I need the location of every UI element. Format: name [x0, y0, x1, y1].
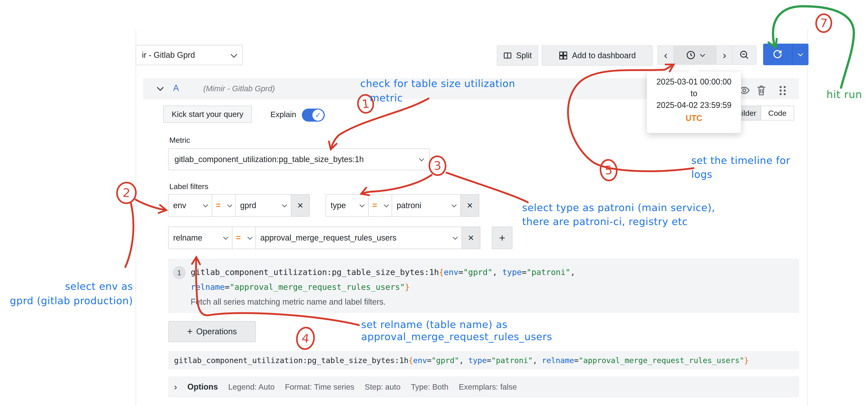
explain-toggle[interactable]: ✓ [302, 109, 325, 122]
step1-note-line2: metric [370, 92, 403, 104]
options-toggle-label: Options [187, 382, 218, 392]
filter-value-select[interactable]: approval_merge_request_rules_users [255, 227, 462, 249]
remove-filter-button[interactable]: ✕ [462, 227, 480, 249]
chevron-down-icon [227, 202, 232, 207]
filter-value-select[interactable]: gprd [235, 194, 291, 217]
filter-operator-select[interactable]: = [212, 194, 236, 217]
filter-label-value: env [173, 201, 186, 210]
filter-label-value: relname [173, 233, 203, 242]
step2-number: 2 [122, 186, 130, 200]
step4-number: 4 [301, 331, 310, 345]
step7-note: hit run [827, 88, 862, 100]
query-datasource-hint: (Mimir - Gitlab Gprd) [203, 84, 275, 93]
raw-query-preview: gitlab_component_utilization:pg_table_si… [168, 351, 799, 370]
chevron-down-icon [360, 202, 365, 207]
option-format: Format: Time series [285, 382, 354, 392]
operations-button[interactable]: + Operations [168, 321, 256, 342]
expand-chevron-icon: › [174, 382, 177, 392]
split-pane-icon [503, 51, 512, 60]
step5-note-line2: logs [691, 169, 712, 180]
option-type: Type: Both [411, 382, 448, 392]
code-line-number-value: 1 [177, 269, 181, 277]
step5-note-line1: set the timeline for [691, 155, 790, 166]
time-range-from: 2025-03-01 00:00:00 [647, 77, 741, 87]
metric-select-value: gitlab_component_utilization:pg_table_si… [175, 155, 364, 164]
filter-operator-value: = [372, 201, 377, 210]
add-to-dashboard-label: Add to dashboard [572, 51, 636, 60]
label-filter-relname: relname = approval_merge_request_rules_u… [168, 227, 480, 249]
add-filter-button[interactable]: + [492, 227, 513, 249]
kick-start-query-button[interactable]: Kick start your query [163, 106, 252, 123]
label-filters-label: Label filters [169, 182, 209, 191]
filter-value-select[interactable]: patroni [392, 194, 461, 217]
drag-handle-grip-icon[interactable] [777, 85, 788, 97]
metric-select[interactable]: gitlab_component_utilization:pg_table_si… [168, 148, 430, 170]
explain-label: Explain [270, 110, 296, 119]
explain-code-line-1: gitlab_component_utilization:pg_table_si… [191, 267, 575, 277]
delete-query-trash-icon[interactable] [756, 85, 767, 96]
filter-operator-value: = [216, 201, 220, 210]
chevron-down-icon [452, 202, 457, 207]
metric-label: Metric [169, 136, 190, 145]
clock-icon [686, 50, 696, 60]
filter-operator-select[interactable]: = [368, 194, 392, 217]
filter-operator-value: = [236, 233, 241, 242]
plus-icon: + [187, 326, 193, 337]
label-filter-type: type = patroni ✕ [326, 194, 479, 217]
option-exemplars: Exemplars: false [459, 382, 517, 392]
step4-note-line1: set relname (table name) as [361, 319, 507, 330]
label-filter-env: env = gprd ✕ [168, 194, 310, 217]
run-query-button[interactable] [763, 44, 808, 65]
step2-note-line1: select env as [4, 281, 133, 292]
step5-number: 5 [604, 163, 613, 177]
filter-value-value: patroni [397, 201, 421, 210]
time-zoom-out-button[interactable] [732, 46, 756, 64]
step7-number: 7 [819, 16, 828, 30]
filter-operator-select[interactable]: = [232, 227, 256, 249]
kick-start-query-label: Kick start your query [172, 110, 243, 119]
zoom-out-icon [739, 50, 750, 60]
chevron-right-icon: › [723, 50, 726, 60]
plus-icon: + [499, 232, 505, 244]
chevron-down-icon [247, 235, 253, 240]
chevron-down-icon [203, 202, 208, 207]
chevron-down-icon [700, 52, 705, 57]
split-button[interactable]: Split [497, 46, 538, 66]
filter-label-select[interactable]: relname [168, 227, 232, 249]
time-shift-forward-button[interactable]: › [716, 46, 732, 64]
datasource-picker-value: ir - Gitlab Gprd [142, 50, 195, 60]
filter-label-select[interactable]: type [326, 194, 369, 217]
filter-label-value: type [331, 201, 346, 210]
filter-value-value: gprd [240, 201, 256, 210]
time-shift-back-button[interactable]: ‹ [658, 46, 674, 64]
explain-description: Fetch all series matching metric name an… [191, 297, 385, 307]
chevron-down-icon [419, 156, 424, 161]
close-icon: ✕ [297, 201, 304, 210]
query-options-row[interactable]: › Options Legend: Auto Format: Time seri… [168, 376, 799, 398]
step2-note-line2: gprd (gitlab production) [4, 295, 133, 307]
chevron-down-icon [453, 235, 458, 240]
remove-filter-button[interactable]: ✕ [460, 194, 479, 217]
time-range-to: 2025-04-02 23:59:59 [647, 100, 741, 110]
explain-block: 1 gitlab_component_utilization:pg_table_… [168, 259, 799, 313]
time-picker-group: ‹ › [657, 46, 756, 65]
add-to-dashboard-button[interactable]: Add to dashboard [542, 46, 653, 66]
close-icon: ✕ [468, 233, 474, 242]
time-range-button[interactable] [674, 46, 716, 64]
chevron-down-icon [223, 235, 228, 240]
step3-number: 3 [433, 159, 441, 173]
raw-query-text: gitlab_component_utilization:pg_table_si… [174, 356, 749, 365]
filter-label-select[interactable]: env [168, 194, 212, 217]
time-range-timezone: UTC [647, 114, 741, 123]
step1-note-line1: check for table size utilization [360, 78, 515, 89]
remove-filter-button[interactable]: ✕ [291, 194, 310, 217]
run-query-dropdown[interactable] [792, 44, 808, 65]
operations-button-label: Operations [196, 327, 237, 336]
toggle-check-icon: ✓ [312, 110, 323, 121]
step4-note-line2: approval_merge_request_rules_users [361, 331, 552, 342]
code-mode-button[interactable]: Code [761, 106, 794, 120]
datasource-picker[interactable]: ir - Gitlab Gprd [136, 45, 243, 65]
collapse-chevron-icon [157, 84, 164, 91]
chevron-down-icon [798, 51, 803, 56]
option-step: Step: auto [365, 382, 401, 392]
